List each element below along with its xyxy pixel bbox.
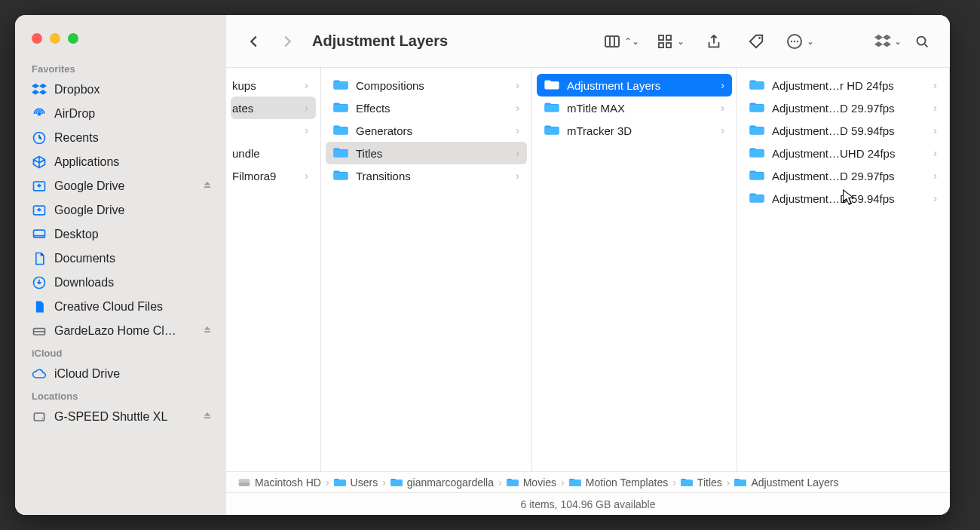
list-item[interactable]: Adjustment…D 59.94fps›	[742, 119, 945, 142]
list-item[interactable]: Filmora9›	[231, 164, 316, 187]
path-segment[interactable]: Motion Templates	[569, 476, 668, 489]
folder-icon	[749, 146, 764, 161]
path-separator: ›	[326, 476, 329, 489]
folder-icon	[544, 78, 559, 93]
chevron-right-icon: ›	[516, 147, 519, 159]
forward-button[interactable]	[274, 29, 300, 54]
list-item[interactable]: Effects›	[326, 97, 527, 119]
actions-button[interactable]: ⌄	[786, 32, 814, 51]
chevron-right-icon: ›	[933, 102, 937, 114]
sidebar-item[interactable]: AirDrop	[26, 102, 219, 126]
file-icon	[32, 299, 47, 314]
path-segment[interactable]: Movies	[507, 476, 556, 489]
sidebar-item-label: iCloud Drive	[54, 367, 120, 381]
sidebar-item[interactable]: G-SPEED Shuttle XL	[26, 405, 219, 429]
list-item[interactable]: kups›	[231, 74, 316, 97]
list-item[interactable]: mTracker 3D›	[537, 119, 732, 142]
status-bar: 6 items, 104.96 GB available	[226, 492, 950, 515]
chevron-right-icon: ›	[933, 147, 937, 159]
list-item[interactable]: Compositions›	[326, 74, 527, 97]
sidebar-item[interactable]: Dropbox	[26, 78, 219, 102]
desktop-icon	[32, 227, 47, 242]
folder-icon	[544, 124, 559, 138]
sidebar-item[interactable]: Applications	[26, 150, 219, 174]
list-item-label: Adjustment…D 29.97fps	[772, 102, 895, 115]
sidebar-item-label: Google Drive	[54, 204, 124, 217]
sidebar-item-label: Google Drive	[54, 179, 124, 193]
sidebar-item[interactable]: Creative Cloud Files	[26, 295, 219, 319]
sidebar-item-label: Recents	[54, 131, 99, 145]
tags-button[interactable]	[743, 29, 769, 54]
list-item[interactable]: Adjustment…D 29.97fps›	[742, 97, 945, 119]
chevron-right-icon: ›	[305, 79, 308, 91]
doc-icon	[32, 251, 47, 266]
group-by-button[interactable]: ⌄	[656, 32, 684, 51]
folder-icon	[749, 191, 764, 206]
list-item[interactable]: ›	[231, 119, 316, 142]
list-item[interactable]: mTitle MAX›	[537, 97, 732, 119]
list-item[interactable]: Adjustment Layers›	[537, 74, 732, 97]
sidebar-item[interactable]: GardeLazo Home Cl…	[26, 319, 219, 343]
sidebar-item-label: Desktop	[54, 228, 99, 241]
drive-icon	[32, 323, 47, 339]
minimize-button[interactable]	[50, 33, 60, 44]
sidebar-item[interactable]: Google Drive	[26, 198, 219, 222]
sidebar-item[interactable]: Documents	[26, 247, 219, 271]
gdrive-icon	[32, 179, 47, 194]
path-separator: ›	[561, 476, 565, 489]
folder-icon	[333, 78, 348, 93]
list-item-label: Compositions	[356, 79, 424, 92]
chevron-right-icon: ›	[516, 124, 519, 136]
list-item-label: Adjustment…D 59.94fps	[772, 192, 895, 205]
list-item[interactable]: ates›	[231, 97, 316, 119]
sidebar-item[interactable]: Desktop	[26, 222, 219, 247]
path-segment-label: Titles	[697, 476, 722, 489]
path-segment[interactable]: gianmarcogardella	[390, 476, 494, 489]
zoom-button[interactable]	[68, 33, 78, 44]
list-item[interactable]: Transitions›	[326, 164, 527, 187]
main-area: Adjustment Layers ⌃⌄ ⌄ ⌄ ⌄ kups›ates	[226, 15, 950, 515]
path-segment-label: Macintosh HD	[255, 476, 321, 489]
list-item[interactable]: undle	[231, 142, 316, 164]
sidebar-item-label: Applications	[54, 155, 119, 169]
close-button[interactable]	[32, 33, 42, 44]
path-segment[interactable]: Titles	[681, 476, 722, 489]
path-segment[interactable]: Adjustment Layers	[734, 476, 838, 489]
list-item[interactable]: Generators›	[326, 119, 527, 142]
sidebar-item[interactable]: Downloads	[26, 271, 219, 295]
search-button[interactable]	[909, 29, 935, 54]
list-item[interactable]: Adjustment…r HD 24fps›	[742, 74, 945, 97]
view-mode-button[interactable]: ⌃⌄	[603, 32, 639, 51]
eject-icon[interactable]	[202, 410, 213, 424]
chevron-right-icon: ›	[721, 102, 724, 114]
path-segment[interactable]: Users	[334, 476, 378, 489]
folder-icon	[749, 78, 764, 93]
list-item-label: Adjustment…UHD 24fps	[772, 147, 895, 160]
share-button[interactable]	[701, 29, 727, 54]
list-item[interactable]: Adjustment…D 59.94fps›	[742, 187, 945, 210]
path-segment-label: Adjustment Layers	[751, 476, 838, 489]
download-icon	[32, 275, 47, 290]
sidebar-item[interactable]: Google Drive	[26, 174, 219, 198]
sidebar-section-title: Locations	[26, 386, 219, 405]
list-item-label: mTracker 3D	[567, 124, 632, 137]
path-segment-label: Movies	[523, 476, 556, 489]
eject-icon[interactable]	[202, 324, 213, 338]
chevron-right-icon: ›	[516, 79, 519, 91]
sidebar-item[interactable]: Recents	[26, 126, 219, 150]
sidebar-item[interactable]: iCloud Drive	[26, 362, 219, 386]
back-button[interactable]	[241, 29, 267, 54]
chevron-right-icon: ›	[933, 124, 937, 136]
dropbox-toolbar-button[interactable]: ⌄	[874, 33, 902, 50]
path-segment[interactable]: Macintosh HD	[238, 476, 321, 489]
eject-icon[interactable]	[202, 179, 213, 193]
list-item[interactable]: Adjustment…D 29.97fps›	[742, 164, 945, 187]
list-item[interactable]: Titles›	[326, 142, 527, 164]
sidebar-item-label: Creative Cloud Files	[54, 300, 163, 314]
path-separator: ›	[727, 476, 730, 489]
list-item-label: Adjustment Layers	[567, 79, 660, 92]
clock-icon	[32, 130, 47, 146]
sidebar-item-label: G-SPEED Shuttle XL	[54, 410, 167, 424]
list-item[interactable]: Adjustment…UHD 24fps›	[742, 142, 945, 164]
dropbox-icon	[32, 82, 47, 97]
